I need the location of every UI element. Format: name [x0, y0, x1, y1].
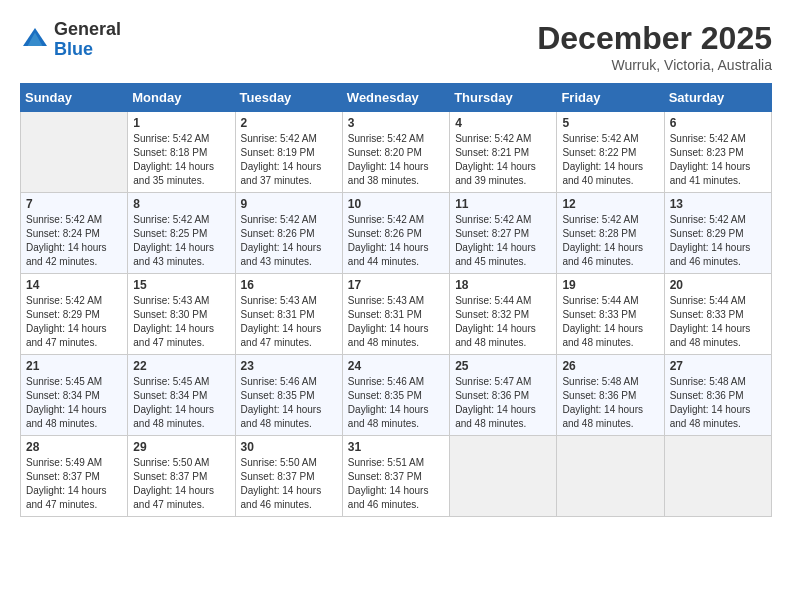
daylight-text: Daylight: 14 hours and 48 minutes. [455, 404, 536, 429]
sunset-text: Sunset: 8:29 PM [26, 309, 100, 320]
day-info: Sunrise: 5:42 AM Sunset: 8:21 PM Dayligh… [455, 132, 551, 188]
logo-icon [20, 25, 50, 55]
day-number: 6 [670, 116, 766, 130]
day-number: 23 [241, 359, 337, 373]
day-info: Sunrise: 5:42 AM Sunset: 8:29 PM Dayligh… [26, 294, 122, 350]
day-info: Sunrise: 5:45 AM Sunset: 8:34 PM Dayligh… [133, 375, 229, 431]
day-info: Sunrise: 5:43 AM Sunset: 8:30 PM Dayligh… [133, 294, 229, 350]
day-number: 18 [455, 278, 551, 292]
sunrise-text: Sunrise: 5:49 AM [26, 457, 102, 468]
day-info: Sunrise: 5:43 AM Sunset: 8:31 PM Dayligh… [348, 294, 444, 350]
sunrise-text: Sunrise: 5:44 AM [455, 295, 531, 306]
day-info: Sunrise: 5:48 AM Sunset: 8:36 PM Dayligh… [670, 375, 766, 431]
day-number: 19 [562, 278, 658, 292]
daylight-text: Daylight: 14 hours and 47 minutes. [241, 323, 322, 348]
day-info: Sunrise: 5:47 AM Sunset: 8:36 PM Dayligh… [455, 375, 551, 431]
month-title: December 2025 [537, 20, 772, 57]
sunrise-text: Sunrise: 5:44 AM [562, 295, 638, 306]
daylight-text: Daylight: 14 hours and 45 minutes. [455, 242, 536, 267]
day-info: Sunrise: 5:46 AM Sunset: 8:35 PM Dayligh… [348, 375, 444, 431]
daylight-text: Daylight: 14 hours and 43 minutes. [133, 242, 214, 267]
sunset-text: Sunset: 8:33 PM [562, 309, 636, 320]
sunset-text: Sunset: 8:24 PM [26, 228, 100, 239]
day-info: Sunrise: 5:42 AM Sunset: 8:26 PM Dayligh… [241, 213, 337, 269]
calendar-cell: 25 Sunrise: 5:47 AM Sunset: 8:36 PM Dayl… [450, 355, 557, 436]
col-sunday: Sunday [21, 84, 128, 112]
day-info: Sunrise: 5:42 AM Sunset: 8:18 PM Dayligh… [133, 132, 229, 188]
day-info: Sunrise: 5:42 AM Sunset: 8:19 PM Dayligh… [241, 132, 337, 188]
calendar-cell: 28 Sunrise: 5:49 AM Sunset: 8:37 PM Dayl… [21, 436, 128, 517]
title-section: December 2025 Wurruk, Victoria, Australi… [537, 20, 772, 73]
sunrise-text: Sunrise: 5:42 AM [241, 214, 317, 225]
daylight-text: Daylight: 14 hours and 46 minutes. [241, 485, 322, 510]
sunrise-text: Sunrise: 5:50 AM [133, 457, 209, 468]
day-info: Sunrise: 5:42 AM Sunset: 8:28 PM Dayligh… [562, 213, 658, 269]
calendar-cell: 12 Sunrise: 5:42 AM Sunset: 8:28 PM Dayl… [557, 193, 664, 274]
sunrise-text: Sunrise: 5:46 AM [348, 376, 424, 387]
day-info: Sunrise: 5:42 AM Sunset: 8:25 PM Dayligh… [133, 213, 229, 269]
sunset-text: Sunset: 8:27 PM [455, 228, 529, 239]
day-number: 30 [241, 440, 337, 454]
day-number: 13 [670, 197, 766, 211]
logo-general-text: General [54, 20, 121, 40]
day-number: 29 [133, 440, 229, 454]
sunrise-text: Sunrise: 5:45 AM [26, 376, 102, 387]
page-header: General Blue December 2025 Wurruk, Victo… [20, 20, 772, 73]
calendar-cell: 9 Sunrise: 5:42 AM Sunset: 8:26 PM Dayli… [235, 193, 342, 274]
daylight-text: Daylight: 14 hours and 47 minutes. [26, 485, 107, 510]
day-number: 27 [670, 359, 766, 373]
daylight-text: Daylight: 14 hours and 35 minutes. [133, 161, 214, 186]
day-info: Sunrise: 5:50 AM Sunset: 8:37 PM Dayligh… [241, 456, 337, 512]
day-number: 11 [455, 197, 551, 211]
day-info: Sunrise: 5:42 AM Sunset: 8:26 PM Dayligh… [348, 213, 444, 269]
daylight-text: Daylight: 14 hours and 46 minutes. [670, 242, 751, 267]
day-number: 25 [455, 359, 551, 373]
day-number: 9 [241, 197, 337, 211]
calendar-cell: 5 Sunrise: 5:42 AM Sunset: 8:22 PM Dayli… [557, 112, 664, 193]
calendar-cell: 19 Sunrise: 5:44 AM Sunset: 8:33 PM Dayl… [557, 274, 664, 355]
day-info: Sunrise: 5:42 AM Sunset: 8:29 PM Dayligh… [670, 213, 766, 269]
sunrise-text: Sunrise: 5:50 AM [241, 457, 317, 468]
sunset-text: Sunset: 8:32 PM [455, 309, 529, 320]
sunset-text: Sunset: 8:29 PM [670, 228, 744, 239]
calendar-cell: 26 Sunrise: 5:48 AM Sunset: 8:36 PM Dayl… [557, 355, 664, 436]
daylight-text: Daylight: 14 hours and 47 minutes. [133, 485, 214, 510]
calendar-cell: 14 Sunrise: 5:42 AM Sunset: 8:29 PM Dayl… [21, 274, 128, 355]
daylight-text: Daylight: 14 hours and 40 minutes. [562, 161, 643, 186]
sunset-text: Sunset: 8:34 PM [133, 390, 207, 401]
col-friday: Friday [557, 84, 664, 112]
daylight-text: Daylight: 14 hours and 37 minutes. [241, 161, 322, 186]
calendar-cell: 24 Sunrise: 5:46 AM Sunset: 8:35 PM Dayl… [342, 355, 449, 436]
calendar-cell: 17 Sunrise: 5:43 AM Sunset: 8:31 PM Dayl… [342, 274, 449, 355]
calendar-cell: 16 Sunrise: 5:43 AM Sunset: 8:31 PM Dayl… [235, 274, 342, 355]
day-number: 2 [241, 116, 337, 130]
day-number: 28 [26, 440, 122, 454]
day-info: Sunrise: 5:42 AM Sunset: 8:27 PM Dayligh… [455, 213, 551, 269]
sunrise-text: Sunrise: 5:42 AM [455, 214, 531, 225]
sunrise-text: Sunrise: 5:51 AM [348, 457, 424, 468]
day-number: 5 [562, 116, 658, 130]
calendar-week-5: 28 Sunrise: 5:49 AM Sunset: 8:37 PM Dayl… [21, 436, 772, 517]
day-info: Sunrise: 5:42 AM Sunset: 8:20 PM Dayligh… [348, 132, 444, 188]
day-number: 21 [26, 359, 122, 373]
day-number: 1 [133, 116, 229, 130]
sunrise-text: Sunrise: 5:42 AM [241, 133, 317, 144]
day-info: Sunrise: 5:45 AM Sunset: 8:34 PM Dayligh… [26, 375, 122, 431]
sunrise-text: Sunrise: 5:47 AM [455, 376, 531, 387]
calendar-week-2: 7 Sunrise: 5:42 AM Sunset: 8:24 PM Dayli… [21, 193, 772, 274]
day-number: 14 [26, 278, 122, 292]
sunset-text: Sunset: 8:20 PM [348, 147, 422, 158]
calendar-cell: 21 Sunrise: 5:45 AM Sunset: 8:34 PM Dayl… [21, 355, 128, 436]
sunrise-text: Sunrise: 5:48 AM [562, 376, 638, 387]
sunset-text: Sunset: 8:21 PM [455, 147, 529, 158]
sunrise-text: Sunrise: 5:43 AM [133, 295, 209, 306]
sunset-text: Sunset: 8:18 PM [133, 147, 207, 158]
daylight-text: Daylight: 14 hours and 48 minutes. [26, 404, 107, 429]
daylight-text: Daylight: 14 hours and 48 minutes. [241, 404, 322, 429]
sunset-text: Sunset: 8:28 PM [562, 228, 636, 239]
day-number: 3 [348, 116, 444, 130]
calendar-cell [664, 436, 771, 517]
calendar-cell: 3 Sunrise: 5:42 AM Sunset: 8:20 PM Dayli… [342, 112, 449, 193]
calendar-cell: 7 Sunrise: 5:42 AM Sunset: 8:24 PM Dayli… [21, 193, 128, 274]
calendar-cell: 23 Sunrise: 5:46 AM Sunset: 8:35 PM Dayl… [235, 355, 342, 436]
